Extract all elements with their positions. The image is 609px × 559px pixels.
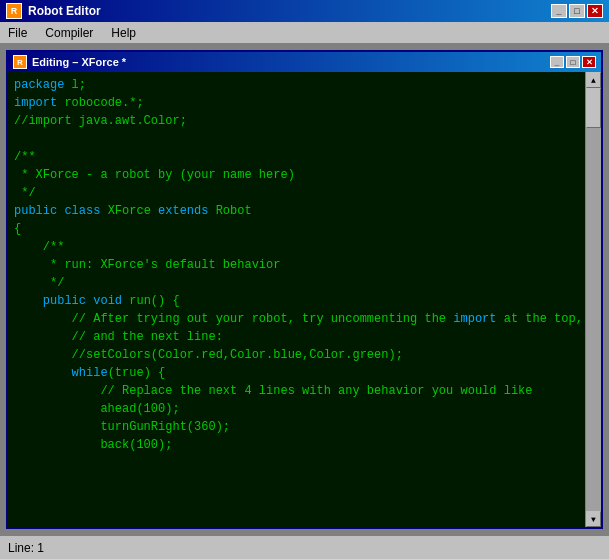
code-line: //import java.awt.Color; (14, 112, 579, 130)
code-line: import robocode.*; (14, 94, 579, 112)
app-maximize-button[interactable]: □ (569, 4, 585, 18)
code-line: /** (14, 238, 579, 256)
app-title: Robot Editor (28, 4, 101, 18)
code-line: //setColors(Color.red,Color.blue,Color.g… (14, 346, 579, 364)
vertical-scrollbar[interactable]: ▲ ▼ (585, 72, 601, 527)
code-line: public class XForce extends Robot (14, 202, 579, 220)
scrollbar-track[interactable] (586, 88, 601, 511)
code-line: /** (14, 148, 579, 166)
menu-file[interactable]: File (4, 25, 31, 41)
editor-icon: R (13, 55, 27, 69)
app-close-button[interactable]: ✕ (587, 4, 603, 18)
app-window-controls: _ □ ✕ (551, 4, 603, 18)
editor-minimize-button[interactable]: _ (550, 56, 564, 68)
code-line: { (14, 220, 579, 238)
code-line: // After trying out your robot, try unco… (14, 310, 579, 328)
app-title-bar: R Robot Editor _ □ ✕ (0, 0, 609, 22)
code-line: * XForce - a robot by (your name here) (14, 166, 579, 184)
scroll-down-button[interactable]: ▼ (586, 511, 601, 527)
code-line: ahead(100); (14, 400, 579, 418)
code-line: package l; (14, 76, 579, 94)
code-line: * run: XForce's default behavior (14, 256, 579, 274)
code-area: package l;import robocode.*;//import jav… (8, 72, 601, 527)
code-line: */ (14, 184, 579, 202)
editor-window-controls: _ □ ✕ (550, 56, 596, 68)
scrollbar-thumb[interactable] (586, 88, 601, 128)
main-area: R Editing – XForce * _ □ ✕ package l;imp… (0, 44, 609, 535)
code-line: public void run() { (14, 292, 579, 310)
code-line: turnGunRight(360); (14, 418, 579, 436)
status-bar: Line: 1 (0, 535, 609, 559)
scroll-up-button[interactable]: ▲ (586, 72, 601, 88)
status-text: Line: 1 (8, 541, 44, 555)
editor-title-left: R Editing – XForce * (13, 55, 126, 69)
editor-maximize-button[interactable]: □ (566, 56, 580, 68)
code-line: // and the next line: (14, 328, 579, 346)
code-line: */ (14, 274, 579, 292)
app-icon: R (6, 3, 22, 19)
editor-title: Editing – XForce * (32, 56, 126, 68)
editor-window: R Editing – XForce * _ □ ✕ package l;imp… (6, 50, 603, 529)
menu-bar: File Compiler Help (0, 22, 609, 44)
editor-close-button[interactable]: ✕ (582, 56, 596, 68)
menu-help[interactable]: Help (107, 25, 140, 41)
menu-compiler[interactable]: Compiler (41, 25, 97, 41)
editor-title-bar: R Editing – XForce * _ □ ✕ (8, 52, 601, 72)
app-minimize-button[interactable]: _ (551, 4, 567, 18)
code-line: back(100); (14, 436, 579, 454)
code-line: // Replace the next 4 lines with any beh… (14, 382, 579, 400)
code-editor[interactable]: package l;import robocode.*;//import jav… (8, 72, 585, 527)
code-line (14, 130, 579, 148)
code-line: while(true) { (14, 364, 579, 382)
app-title-left: R Robot Editor (6, 3, 101, 19)
